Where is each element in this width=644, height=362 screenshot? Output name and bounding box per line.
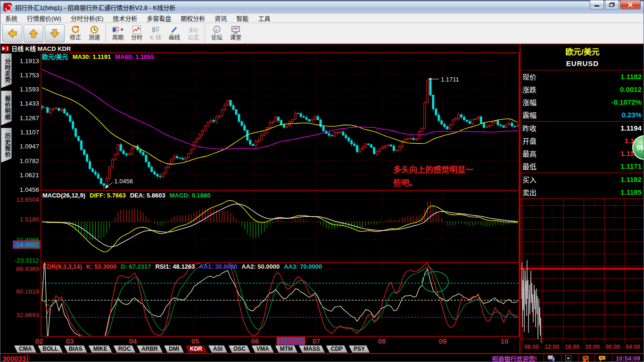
indicator-tab-mass[interactable]: MASS [299,346,325,353]
quote-value: 1.1194 [620,124,642,132]
quote-value: 1.1182 [620,73,642,81]
time-label: 08:00 [521,344,542,352]
menu-news[interactable]: 资讯 [210,14,231,23]
svg-text:08: 08 [378,337,386,345]
forum-button[interactable]: t 论坛 [208,24,226,43]
mini-price-line [521,260,541,343]
svg-text:09: 09 [439,337,447,345]
svg-text:03: 03 [66,337,74,345]
quote-label: 最高 [522,148,537,158]
quote-row-change: 涨跌0.0012 [520,83,644,96]
code-input[interactable]: 300033 [2,354,26,362]
indicator-tab-asi[interactable]: ASI [208,346,227,353]
chart-header: 日线 K线 MACD KDR [0,44,520,52]
menu-options-analysis[interactable]: 期权分析 [176,14,210,23]
indicator-tab-dmi[interactable]: DMI [164,346,184,353]
indicator-tab-mike[interactable]: MIKE [89,346,112,353]
status-bar: 300033 招商银行欢迎您! 记 10:54:09 [0,353,644,362]
svg-text:f(x): f(x) [190,26,198,33]
mini-chart-time-axis: 08:00 12:00 16:00 20:00 00:00 04:00 [520,344,644,352]
correct-label: 修正 [70,34,81,41]
restore-button[interactable] [605,0,619,9]
close-button[interactable] [620,0,641,9]
indicator-tab-boll[interactable]: BOLL [38,346,63,353]
quote-label: 涨跌 [522,84,537,94]
arrow-down-icon [49,28,60,39]
panel-toggle-icon[interactable] [1,46,9,51]
toolbar: 修正 测速 ▼ 周期 分时 K 线 [0,23,644,44]
svg-text:1.1913: 1.1913 [20,58,39,65]
menu-intraday-analysis[interactable]: 分时分析(E) [66,14,108,23]
menu-quotes[interactable]: 行情报价(W) [22,14,66,23]
menu-smart[interactable]: 智能 [231,14,253,23]
sidebar-tab-quote-detail[interactable]: 报价明细 [1,90,12,125]
svg-text:1.0621: 1.0621 [20,172,39,179]
mini-intraday-chart-svg[interactable] [520,199,644,344]
classroom-label: 课堂 [230,34,241,41]
svg-text:02: 02 [35,337,43,345]
minimize-button[interactable] [590,0,604,9]
indicator-tab-mtm[interactable]: MTM [275,346,297,353]
period-button[interactable]: ▼ 周期 [109,24,127,43]
svg-text:1.0782: 1.0782 [20,157,39,165]
menu-multi-window[interactable]: 多窗看盘 [142,14,176,23]
svg-text:1.5180: 1.5180 [20,216,39,223]
svg-text:04: 04 [129,337,137,345]
menu-tools[interactable]: 工具 [253,14,275,23]
intraday-button[interactable]: 分时 [128,24,146,43]
indicator-tab-bias[interactable]: BIAS [64,346,87,353]
quote-label: 现价 [522,72,537,82]
svg-text:13.6504: 13.6504 [16,196,39,203]
speedtest-button[interactable]: 测速 [85,24,103,43]
chart-title: 日线 K线 MACD KDR [11,44,71,53]
diff-line [42,200,518,252]
note-icon[interactable]: 记 [578,354,592,362]
main-chart-svg[interactable]: 020304050607080910201506231.19131.17531.… [13,52,520,346]
kline-button[interactable]: K 线 [147,24,165,43]
quote-value: 0.23% [621,111,642,119]
connection-status-icon[interactable] [544,354,558,362]
message-icon[interactable] [594,354,609,362]
app-window: 招行外汇1(fxhq1) - 招商银行外汇通行情分析V2.8 - K线分析 系统… [0,0,644,362]
quote-value: 1.1185 [620,188,642,196]
quote-row-prev-close: 昨收1.1194 [520,122,644,134]
arrow-left-icon [7,28,18,39]
quote-symbol: EURUSD [520,58,644,70]
clock-icon [90,25,99,34]
drawline-button[interactable]: 画线 [165,24,183,43]
sidebar-tab-history-quotes[interactable]: 历史报价 [1,128,12,163]
svg-text:20150623: 20150623 [276,337,306,345]
indicator-tab-kdr[interactable]: KDR [185,346,207,353]
indicator-tab-roc[interactable]: ROC [114,346,136,353]
ma30-line [42,88,518,164]
toolbar-separator [106,25,107,42]
svg-text:1.1107: 1.1107 [20,129,39,136]
svg-text:1.0456: 1.0456 [114,178,133,185]
refresh-status-icon[interactable] [561,354,575,362]
down-button[interactable] [45,25,65,42]
menu-technical-analysis[interactable]: 技术分析 [108,14,142,23]
formula-button[interactable]: f(x) 公式 [184,24,202,43]
title-bar: 招行外汇1(fxhq1) - 招商银行外汇通行情分析V2.8 - K线分析 [0,0,644,14]
quote-label: 震幅 [522,110,537,120]
kline-pane: 1.19131.17531.15931.14331.12671.11071.09… [20,58,519,193]
svg-text:-23.3112: -23.3112 [15,257,39,264]
indicator-tab-psy[interactable]: PSY [349,346,370,353]
dropdown-caret-icon: ▼ [120,27,124,32]
pencil-icon [170,25,179,34]
correct-button[interactable]: 修正 [66,24,84,43]
classroom-button[interactable]: 课堂 [227,24,245,43]
quote-row-low: 最低1.1171 [520,160,644,173]
forum-label: 论坛 [211,34,223,41]
macd-legend: MACD(26,12,9)DIFF: 5.7663DEA: 5.8603MACD… [42,192,210,199]
quote-label: 昨收 [522,123,537,133]
menu-system[interactable]: 系统 [0,14,22,23]
indicator-tab-osc[interactable]: OSC [229,346,250,353]
back-button[interactable] [2,25,22,42]
indicator-tab-arbr[interactable]: ARBR [137,346,163,353]
indicator-tab-cma[interactable]: CMA [14,346,36,353]
indicator-tab-cdp[interactable]: CDP [326,346,347,353]
indicator-tab-vma[interactable]: VMA [252,346,274,353]
up-button[interactable] [24,25,43,42]
sidebar-tab-intraday-trend[interactable]: 分时走势 [1,53,12,88]
